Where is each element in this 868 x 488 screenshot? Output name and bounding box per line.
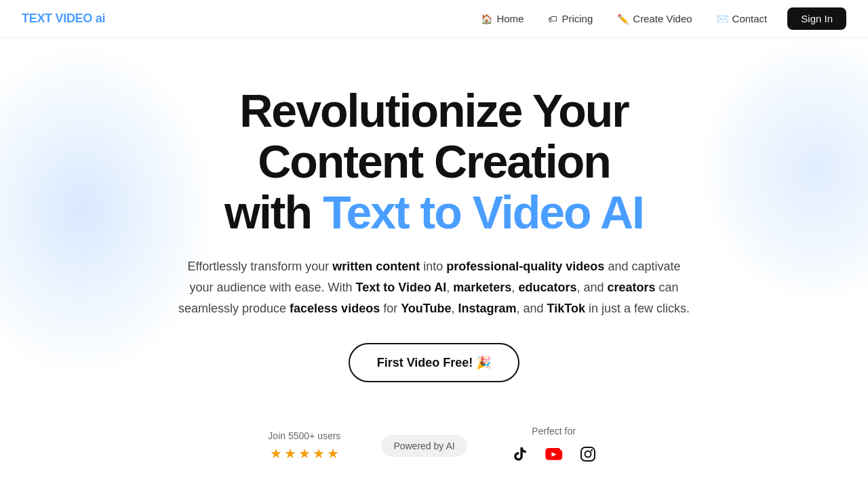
nav-links: 🏠 Home 🏷 Pricing ✏️ Create Video ✉️ Cont… <box>471 7 846 30</box>
nav-create-label: Create Video <box>633 13 692 24</box>
powered-badge: Powered by AI <box>381 435 467 457</box>
nav-home-label: Home <box>496 13 524 24</box>
desc-bold-faceless: faceless videos <box>290 302 380 315</box>
star-5: ★ <box>327 445 339 462</box>
svg-rect-0 <box>581 447 595 461</box>
desc-bold-written: written content <box>332 260 420 273</box>
nav-create-video[interactable]: ✏️ Create Video <box>608 7 701 30</box>
hero-title-line1: Revolutionize Your <box>239 85 629 136</box>
nav-contact[interactable]: ✉️ Contact <box>707 7 777 30</box>
home-icon: 🏠 <box>481 14 492 24</box>
hero-title: Revolutionize Your Content Creation with… <box>27 85 841 237</box>
desc-bold-creators: creators <box>607 281 655 294</box>
nav-contact-label: Contact <box>732 13 768 24</box>
signin-button[interactable]: Sign In <box>787 7 846 30</box>
join-stat: Join 5500+ users ★ ★ ★ ★ ★ <box>268 430 340 462</box>
nav-home[interactable]: 🏠 Home <box>471 7 533 30</box>
nav-pricing-label: Pricing <box>561 13 593 24</box>
desc-bold-textvideo: Text to Video AI <box>356 281 447 294</box>
contact-icon: ✉️ <box>717 14 728 24</box>
desc-bold-youtube: YouTube <box>401 302 451 315</box>
hero-title-highlight: Text to Video AI <box>323 186 644 238</box>
star-1: ★ <box>270 445 282 462</box>
hero-description: Effortlessly transform your written cont… <box>176 256 692 319</box>
create-icon: ✏️ <box>617 14 629 24</box>
nav-pricing[interactable]: 🏷 Pricing <box>538 7 602 30</box>
hero-section: Revolutionize Your Content Creation with… <box>0 38 868 409</box>
pricing-icon: 🏷 <box>548 14 557 24</box>
brand-name: TEXT VIDEO <box>22 12 92 25</box>
desc-bold-marketers: marketers <box>453 281 511 294</box>
hero-title-line2: Content Creation <box>258 136 610 187</box>
instagram-icon <box>576 442 600 466</box>
join-label: Join 5500+ users <box>268 430 340 441</box>
desc-bold-instagram: Instagram <box>458 302 517 315</box>
tiktok-icon <box>508 442 532 466</box>
stats-row: Join 5500+ users ★ ★ ★ ★ ★ Powered by AI… <box>0 409 868 487</box>
desc-bold-professional: professional-quality videos <box>446 260 604 273</box>
brand-suffix: ai <box>96 12 105 25</box>
hero-title-line3-before: with <box>224 186 323 238</box>
star-4: ★ <box>313 445 325 462</box>
desc-bold-tiktok: TikTok <box>547 302 585 315</box>
navbar: TEXT VIDEO ai 🏠 Home 🏷 Pricing ✏️ Create… <box>0 0 868 38</box>
svg-point-1 <box>585 451 591 458</box>
main-content: Revolutionize Your Content Creation with… <box>0 0 868 488</box>
perfect-for: Perfect for <box>508 426 600 466</box>
desc-bold-educators: educators <box>518 281 576 294</box>
social-icons-row <box>508 442 600 466</box>
svg-point-2 <box>591 449 593 451</box>
star-3: ★ <box>298 445 311 462</box>
star-2: ★ <box>284 445 296 462</box>
star-rating: ★ ★ ★ ★ ★ <box>268 445 340 462</box>
perfect-label: Perfect for <box>508 426 600 436</box>
brand-logo[interactable]: TEXT VIDEO ai <box>22 12 105 26</box>
cta-button[interactable]: First Video Free! 🎉 <box>349 343 520 382</box>
youtube-icon <box>542 442 566 466</box>
